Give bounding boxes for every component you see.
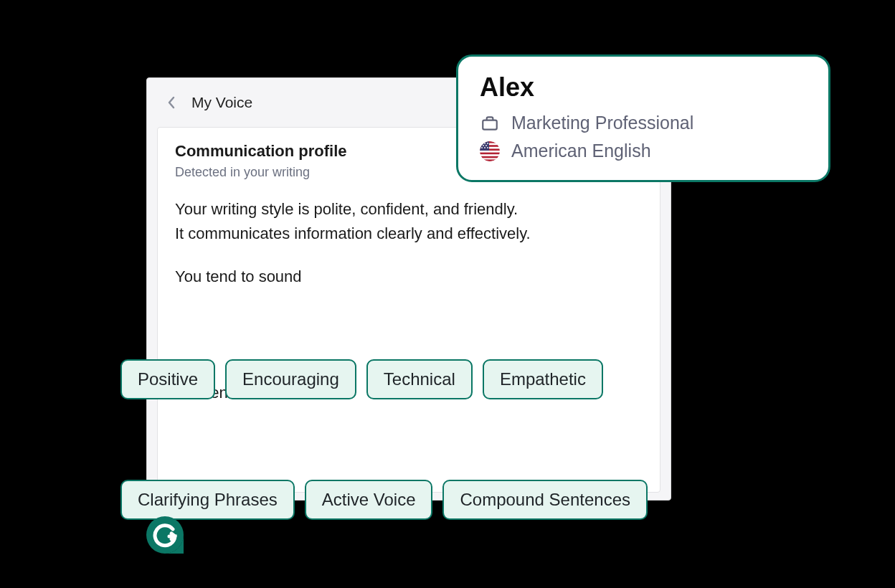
grammarly-logo-icon xyxy=(146,516,184,554)
svg-point-12 xyxy=(487,143,488,144)
tag-technical[interactable]: Technical xyxy=(366,359,473,399)
user-profile-card: Alex Marketing Professional xyxy=(456,54,830,182)
tag-compound-sentences[interactable]: Compound Sentences xyxy=(442,480,648,520)
svg-rect-0 xyxy=(483,120,497,129)
svg-rect-3 xyxy=(480,141,500,143)
sound-label: You tend to sound xyxy=(175,267,643,286)
user-role: Marketing Professional xyxy=(511,113,693,133)
sound-tags-row: Positive Encouraging Technical Empatheti… xyxy=(120,359,603,399)
description-line: It communicates information clearly and … xyxy=(175,222,643,246)
svg-rect-7 xyxy=(480,156,500,158)
tag-active-voice[interactable]: Active Voice xyxy=(305,480,433,520)
use-tags-row: Clarifying Phrases Active Voice Compound… xyxy=(120,480,648,520)
us-flag-icon xyxy=(480,141,500,161)
description-line: Your writing style is polite, confident,… xyxy=(175,197,643,222)
user-language: American English xyxy=(511,141,651,161)
briefcase-icon xyxy=(480,113,500,133)
svg-point-15 xyxy=(481,147,483,148)
svg-rect-9 xyxy=(480,141,489,151)
user-role-row: Marketing Professional xyxy=(480,113,807,133)
chevron-left-icon xyxy=(167,96,176,109)
svg-point-17 xyxy=(487,147,488,148)
svg-point-14 xyxy=(486,145,487,146)
tag-clarifying-phrases[interactable]: Clarifying Phrases xyxy=(120,480,295,520)
svg-point-10 xyxy=(481,143,483,144)
back-button[interactable] xyxy=(164,95,179,110)
user-language-row: American English xyxy=(480,141,807,161)
tag-encouraging[interactable]: Encouraging xyxy=(225,359,356,399)
user-name: Alex xyxy=(480,72,807,103)
tag-empathetic[interactable]: Empathetic xyxy=(483,359,603,399)
svg-point-18 xyxy=(146,516,184,554)
svg-rect-8 xyxy=(480,159,500,161)
panel-title: My Voice xyxy=(191,94,252,111)
svg-point-16 xyxy=(484,147,486,148)
tag-positive[interactable]: Positive xyxy=(120,359,215,399)
svg-rect-6 xyxy=(480,152,500,154)
svg-point-11 xyxy=(484,143,486,144)
svg-point-13 xyxy=(483,145,484,146)
profile-description: Your writing style is polite, confident,… xyxy=(175,197,643,246)
